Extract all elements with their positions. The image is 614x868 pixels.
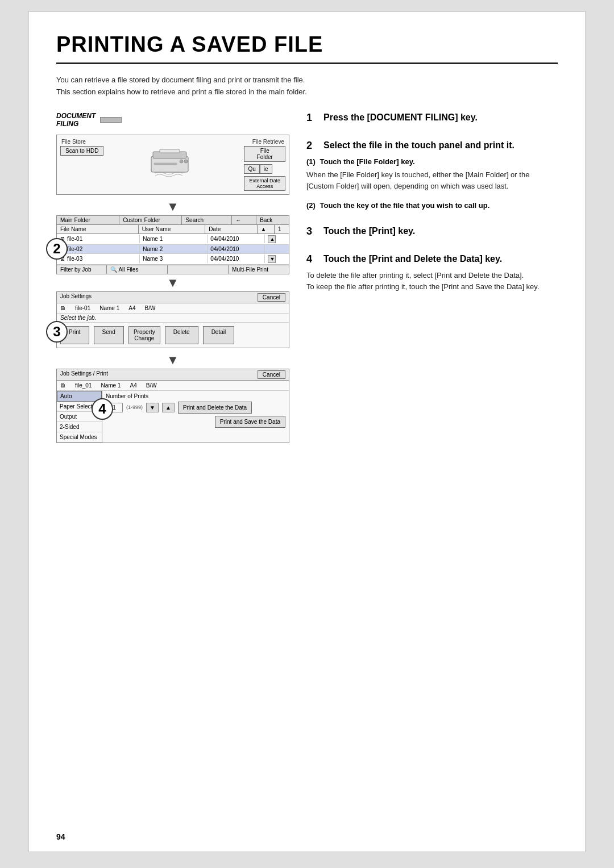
panel4-job-print: Job Settings / Print Cancel 🗎 file_01 Na… (56, 369, 289, 443)
print-save-btn[interactable]: Print and Save the Data (215, 416, 285, 428)
doc-filing-button[interactable] (100, 117, 122, 123)
property-change-btn[interactable]: PropertyChange (128, 326, 160, 344)
step4-body: To delete the file after printing it, se… (306, 270, 558, 293)
panel3-user: Name 1 (99, 305, 119, 311)
step2-sub2: (2) Touch the key of the file that you w… (306, 201, 558, 210)
tab-back[interactable]: Back (256, 216, 289, 224)
tab-main-folder[interactable]: Main Folder (57, 216, 119, 224)
copies-input-row: 1 (1-999) ▼ ▲ Print and Delete the Data (106, 402, 285, 414)
panel3-info: 🗎 file-01 Name 1 A4 B/W (57, 303, 289, 314)
file3-name: file-03 (67, 256, 82, 262)
panel4-info: 🗎 file_01 Name 1 A4 B/W (57, 381, 289, 391)
step4-overlay: 4 (92, 398, 113, 420)
panel4-cancel-btn[interactable]: Cancel (258, 370, 285, 379)
panel3-select-text: Select the job. (57, 314, 289, 323)
step4-title: Touch the [Print and Delete the Data] ke… (323, 253, 502, 265)
panel4-file: file_01 (75, 382, 92, 389)
panel4-title: Job Settings / Print (60, 370, 108, 379)
panel3-buttons: Print Send PropertyChange Delete Detail (57, 323, 289, 348)
file1-user: Name 1 (140, 235, 208, 243)
copies-down-btn[interactable]: ▼ (146, 403, 159, 412)
tab-search[interactable]: Search (182, 216, 232, 224)
step2-header: 2 Select the file in the touch panel and… (306, 140, 558, 152)
filter-by-job[interactable]: Filter by Job (57, 265, 107, 274)
quick-ie-btn[interactable]: ie (260, 164, 272, 174)
svg-point-5 (184, 160, 188, 163)
panel3-cancel-btn[interactable]: Cancel (258, 293, 285, 302)
file2-date: 04/04/2010 (208, 245, 265, 253)
panel3-header: Job Settings Cancel (57, 292, 289, 303)
tab-back-arrow[interactable]: ← (232, 216, 256, 224)
external-date-btn[interactable]: External DateAccess (244, 176, 285, 191)
col-sort: ▲ (258, 225, 275, 233)
file2-name: file-02 (67, 246, 82, 252)
step4-number: 4 (306, 253, 318, 265)
step2-sub1-title: (1) Touch the [File Folder] key. (306, 157, 558, 166)
panel3-file: file-01 (75, 305, 90, 311)
print-delete-btn[interactable]: Print and Delete the Data (178, 402, 252, 414)
doc-filing-label: DOCUMENTFILING (56, 112, 96, 128)
scroll-down[interactable]: ▼ (268, 255, 276, 263)
step1-number: 1 (306, 112, 318, 124)
panel4-body: Auto Paper Select Output 2-Sided Special… (57, 391, 289, 443)
copies-label: Number of Prints (106, 393, 148, 399)
step1: 1 Press the [DOCUMENT FILING] key. (306, 112, 558, 124)
file1-date: 04/04/2010 (208, 235, 265, 243)
copies-up-btn[interactable]: ▲ (162, 403, 175, 412)
step3: 3 Touch the [Print] key. (306, 226, 558, 237)
panel4-wrapper: 4 Job Settings / Print Cancel 🗎 file_01 … (56, 369, 289, 443)
all-files[interactable]: 🔍 All Files (107, 265, 168, 274)
copies-row: Number of Prints (106, 393, 285, 399)
panel4-file-icon: 🗎 (60, 382, 66, 389)
printer-illustration (148, 146, 200, 183)
panel1-right-label: File Retrieve (252, 139, 284, 145)
panel3-file-icon: 🗎 (60, 305, 66, 311)
file2-user: Name 2 (140, 245, 208, 253)
arrow-3: ▼ (56, 354, 289, 366)
quick-btn[interactable]: Qu (244, 164, 259, 174)
step2-sub1: (1) Touch the [File Folder] key. When th… (306, 157, 558, 192)
tab-custom-folder[interactable]: Custom Folder (119, 216, 182, 224)
step3-title: Touch the [Print] key. (323, 226, 415, 237)
menu-2sided[interactable]: 2-Sided (57, 422, 102, 432)
panel2-footer: Filter by Job 🔍 All Files Multi-File Pri… (57, 265, 289, 274)
step3-number: 3 (306, 226, 318, 237)
panel4-header: Job Settings / Print Cancel (57, 369, 289, 381)
copies-hint: (1-999) (126, 404, 143, 410)
file-folder-btn[interactable]: FileFolder (244, 146, 285, 162)
multi-file-print[interactable]: Multi-File Print (229, 265, 289, 274)
col-filename: File Name (57, 225, 139, 233)
delete-btn[interactable]: Delete (165, 326, 198, 344)
panel1-left-label: File Store (61, 139, 86, 145)
file-row-3[interactable]: 🗎 file-03 Name 3 04/04/2010 ▼ (57, 254, 289, 265)
panel1-file-store: File Store File Retrieve Scan to HDD (56, 135, 289, 195)
page-container: PRINTING A SAVED FILE You can retrieve a… (28, 11, 586, 852)
panel2-file-list: Main Folder Custom Folder Search ← Back … (56, 215, 289, 274)
file-row-2[interactable]: 🗎 file-02 Name 2 04/04/2010 (57, 245, 289, 254)
svg-point-4 (180, 160, 183, 163)
step3-header: 3 Touch the [Print] key. (306, 226, 558, 237)
menu-special-modes[interactable]: Special Modes (57, 432, 102, 443)
panel4-size: A4 (130, 382, 136, 389)
file-row-1[interactable]: 🗎 file-01 Name 1 04/04/2010 ▲ (57, 234, 289, 245)
left-column: DOCUMENTFILING File Store File Retrieve … (56, 112, 289, 449)
panel3-job-settings: Job Settings Cancel 🗎 file-01 Name 1 A4 … (56, 291, 289, 348)
step4-header: 4 Touch the [Print and Delete the Data] … (306, 253, 558, 265)
step2: 2 Select the file in the touch panel and… (306, 140, 558, 210)
file1-name: file-01 (67, 236, 82, 242)
panel3-title: Job Settings (60, 293, 92, 302)
detail-btn[interactable]: Detail (203, 326, 235, 344)
file3-user: Name 3 (140, 254, 208, 263)
svg-rect-3 (160, 149, 180, 153)
panel3-wrapper: 3 Job Settings Cancel 🗎 file-01 Name 1 A… (56, 291, 289, 348)
scan-to-hdd-btn[interactable]: Scan to HDD (60, 146, 103, 156)
step2-title: Select the file in the touch panel and p… (323, 140, 515, 152)
panel4-color: B/W (146, 382, 157, 389)
step4: 4 Touch the [Print and Delete the Data] … (306, 253, 558, 293)
page-title: PRINTING A SAVED FILE (56, 32, 558, 64)
menu-auto[interactable]: Auto (57, 391, 102, 402)
send-btn[interactable]: Send (94, 326, 124, 344)
intro-text: You can retrieve a file stored by docume… (56, 74, 558, 98)
scroll-up[interactable]: ▲ (268, 235, 276, 243)
step1-title: Press the [DOCUMENT FILING] key. (323, 112, 478, 124)
